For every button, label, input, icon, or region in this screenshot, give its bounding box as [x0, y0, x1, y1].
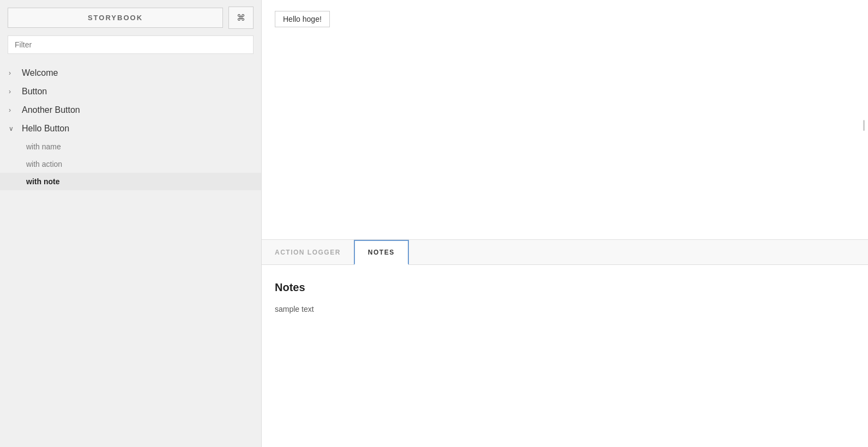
- sidebar-item-hello-button[interactable]: ∨ Hello Button: [0, 119, 261, 138]
- sidebar-item-label: Button: [22, 87, 47, 96]
- tabs-bar: ACTION LOGGER NOTES: [262, 240, 868, 265]
- sidebar: STORYBOOK ⌘ › Welcome › Button › Another…: [0, 0, 262, 447]
- storybook-title-button[interactable]: STORYBOOK: [8, 8, 223, 28]
- sidebar-subitem-with-name[interactable]: with name: [0, 138, 261, 155]
- sidebar-item-label: Welcome: [22, 68, 58, 78]
- sidebar-subitem-with-action[interactable]: with action: [0, 155, 261, 173]
- tab-action-logger[interactable]: ACTION LOGGER: [262, 240, 354, 264]
- sidebar-item-welcome[interactable]: › Welcome: [0, 64, 261, 82]
- notes-heading: Notes: [275, 281, 855, 294]
- storybook-icon-button[interactable]: ⌘: [228, 7, 254, 29]
- chevron-down-icon: ∨: [9, 125, 16, 132]
- tab-content-notes: Notes sample text: [262, 265, 868, 447]
- sidebar-subitem-with-note[interactable]: with note: [0, 173, 261, 190]
- sidebar-item-label: Another Button: [22, 105, 80, 115]
- preview-area: Hello hoge!: [262, 0, 868, 240]
- main-content: Hello hoge! ACTION LOGGER NOTES Notes sa…: [262, 0, 868, 447]
- sidebar-subitem-label: with note: [26, 177, 59, 186]
- chevron-right-icon: ›: [9, 106, 16, 114]
- chevron-right-icon: ›: [9, 88, 16, 95]
- bottom-panel: ACTION LOGGER NOTES Notes sample text: [262, 240, 868, 447]
- sidebar-item-button[interactable]: › Button: [0, 82, 261, 101]
- preview-hello-button[interactable]: Hello hoge!: [275, 11, 330, 27]
- sidebar-item-another-button[interactable]: › Another Button: [0, 101, 261, 119]
- scrollbar-hint: [863, 120, 865, 131]
- notes-body: sample text: [275, 305, 855, 313]
- sidebar-subitem-label: with action: [26, 160, 62, 168]
- nav-tree: › Welcome › Button › Another Button ∨ He…: [0, 62, 261, 447]
- sidebar-item-label: Hello Button: [22, 124, 69, 134]
- sidebar-subitem-label: with name: [26, 142, 61, 151]
- chevron-right-icon: ›: [9, 69, 16, 77]
- tab-notes[interactable]: NOTES: [354, 240, 409, 265]
- filter-input[interactable]: [8, 35, 254, 54]
- sidebar-header: STORYBOOK ⌘: [0, 0, 261, 35]
